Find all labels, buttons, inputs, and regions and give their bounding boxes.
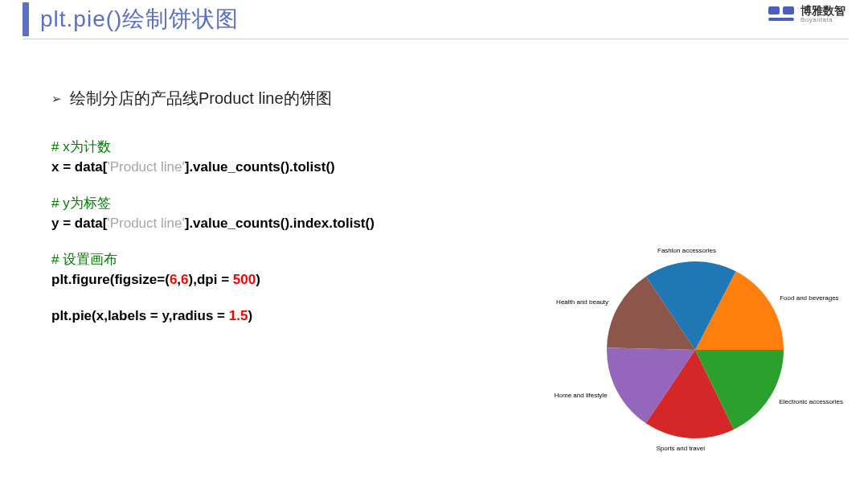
logo-icon	[767, 5, 796, 24]
brand-logo: 博雅数智 Boyaidata	[767, 5, 845, 24]
bullet-text: 绘制分店的产品线Product line的饼图	[70, 88, 332, 109]
pie-label: Electronic accessories	[779, 398, 843, 405]
pie-label: Fashion accessories	[657, 247, 716, 254]
logo-text-cn: 博雅数智	[800, 5, 845, 17]
pie-label: Food and beverages	[780, 294, 838, 302]
pie-label: Home and lifestyle	[555, 392, 608, 399]
pie-label: Health and beauty	[556, 298, 608, 306]
pie-label: Sports and travel	[656, 445, 704, 452]
pie-chart: Food and beveragesFashion accessoriesHea…	[514, 241, 852, 485]
svg-rect-0	[768, 18, 794, 21]
code-line: y = data['Product line'].value_counts().…	[51, 215, 868, 233]
code-line: x = data['Product line'].value_counts().…	[51, 158, 868, 177]
slide-title: plt.pie()绘制饼状图	[40, 4, 239, 35]
slide-header: plt.pie()绘制饼状图 博雅数智 Boyaidata	[0, 0, 868, 39]
pie-svg	[603, 257, 788, 442]
logo-text-en: Boyaidata	[800, 17, 845, 24]
chevron-icon: ➢	[51, 92, 62, 106]
accent-bar	[23, 2, 29, 36]
code-comment: # x为计数	[51, 138, 868, 157]
bullet-item: ➢ 绘制分店的产品线Product line的饼图	[51, 88, 868, 109]
code-comment: # y为标签	[51, 195, 868, 213]
